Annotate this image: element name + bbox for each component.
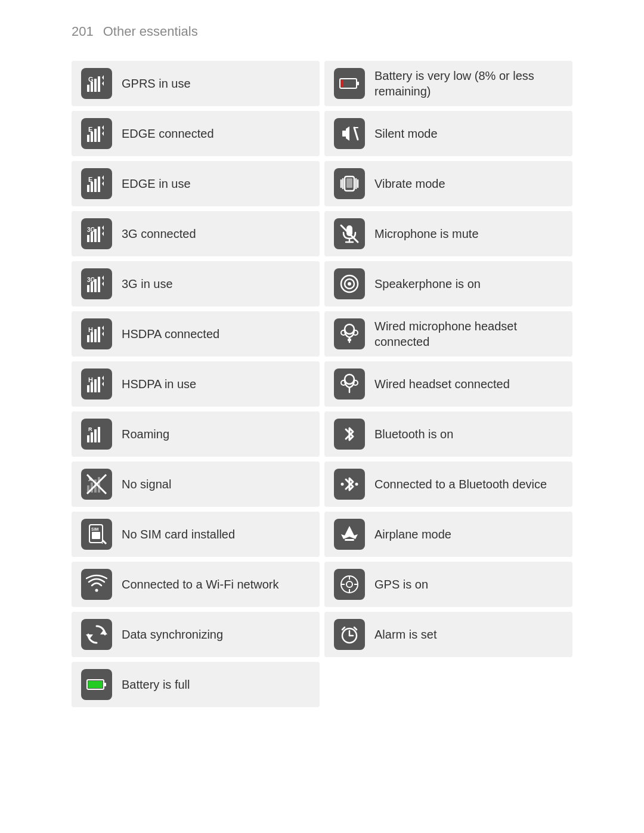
svg-marker-26 <box>102 181 104 186</box>
label-silent-mode: Silent mode <box>374 126 438 141</box>
cell-speakerphone: Speakerphone is on <box>324 261 572 306</box>
svg-point-91 <box>355 483 358 486</box>
svg-rect-79 <box>87 435 89 442</box>
cell-silent-mode: Silent mode <box>324 111 572 156</box>
icon-gps-on <box>334 569 365 600</box>
page-title: Other essentials <box>103 24 198 39</box>
svg-marker-61 <box>102 332 104 336</box>
page-number: 201 <box>72 24 94 39</box>
label-no-sim: No SIM card installed <box>122 527 235 542</box>
svg-rect-113 <box>104 683 106 686</box>
svg-marker-106 <box>86 634 93 639</box>
svg-rect-8 <box>357 82 359 85</box>
svg-rect-22 <box>91 182 93 192</box>
svg-rect-70 <box>94 379 97 392</box>
svg-rect-11 <box>87 135 89 142</box>
svg-point-53 <box>348 282 351 286</box>
icon-wifi-connected <box>81 569 112 600</box>
svg-rect-37 <box>98 227 100 242</box>
icon-airplane-mode <box>334 519 365 550</box>
svg-line-18 <box>354 128 358 140</box>
icon-bluetooth-on <box>334 419 365 450</box>
svg-marker-5 <box>102 75 104 80</box>
label-3g-in-use: 3G in use <box>122 276 173 292</box>
label-battery-full: Battery is full <box>122 677 190 692</box>
svg-rect-4 <box>98 76 100 92</box>
cell-wired-headset: Wired headset connected <box>324 361 572 407</box>
svg-rect-46 <box>91 282 93 292</box>
svg-rect-82 <box>98 427 100 442</box>
svg-rect-48 <box>98 277 100 292</box>
svg-rect-24 <box>98 176 100 192</box>
cell-bluetooth-connected: Connected to a Bluetooth device <box>324 462 572 507</box>
cell-no-sim: SIM ! No SIM card installed <box>72 512 320 557</box>
icon-silent-mode <box>334 118 365 149</box>
label-no-signal: No signal <box>122 476 171 492</box>
svg-rect-28 <box>346 178 352 188</box>
cell-wifi-connected: Connected to a Wi-Fi network <box>72 562 320 607</box>
svg-rect-3 <box>94 79 97 92</box>
svg-rect-71 <box>98 377 100 392</box>
svg-point-100 <box>346 581 352 587</box>
icon-edge-connected: E <box>81 118 112 149</box>
cell-hsdpa-connected: H HSDPA connected <box>72 311 320 357</box>
label-vibrate-mode: Vibrate mode <box>374 176 445 191</box>
label-alarm-set: Alarm is set <box>374 627 436 642</box>
svg-marker-25 <box>102 175 104 180</box>
cell-3g-connected: 3G 3G connected <box>72 211 320 256</box>
svg-marker-73 <box>102 382 104 386</box>
label-roaming: Roaming <box>122 426 169 442</box>
svg-rect-47 <box>94 279 97 292</box>
label-bluetooth-on: Bluetooth is on <box>374 426 453 442</box>
label-gprs-in-use: GPRS in use <box>122 76 191 91</box>
label-airplane-mode: Airplane mode <box>374 527 451 542</box>
cell-vibrate-mode: Vibrate mode <box>324 161 572 206</box>
label-edge-in-use: EDGE in use <box>122 176 191 191</box>
label-wired-mic-headset: Wired microphone headset connected <box>374 318 563 349</box>
cell-mic-mute: Microphone is mute <box>324 211 572 256</box>
svg-rect-57 <box>91 332 93 342</box>
label-wired-headset: Wired headset connected <box>374 376 510 392</box>
svg-rect-93 <box>92 532 100 539</box>
cell-no-signal: X No signal <box>72 462 320 507</box>
svg-rect-9 <box>341 80 343 87</box>
icon-edge-in-use: E <box>81 168 112 199</box>
icon-wired-headset <box>334 368 365 400</box>
label-3g-connected: 3G connected <box>122 226 196 241</box>
svg-rect-21 <box>87 185 89 192</box>
label-hsdpa-in-use: HSDPA in use <box>122 376 196 392</box>
icon-grid: G GPRS in use Battery is very low (8% or… <box>72 61 572 707</box>
svg-text:SIM: SIM <box>91 527 99 531</box>
svg-rect-2 <box>91 82 93 92</box>
icon-battery-full <box>81 669 112 700</box>
cell-battery-full: Battery is full <box>72 662 320 707</box>
label-edge-connected: EDGE connected <box>122 126 214 141</box>
svg-marker-50 <box>102 281 104 286</box>
svg-rect-36 <box>94 229 97 242</box>
svg-rect-81 <box>94 429 97 442</box>
svg-rect-97 <box>345 539 354 541</box>
label-wifi-connected: Connected to a Wi-Fi network <box>122 577 278 592</box>
svg-line-111 <box>354 627 357 630</box>
icon-wired-mic-headset <box>334 318 365 349</box>
label-data-sync: Data synchronizing <box>122 627 223 642</box>
svg-marker-105 <box>100 630 107 634</box>
svg-rect-68 <box>87 385 89 392</box>
icon-3g-in-use: 3G <box>81 268 112 299</box>
svg-point-98 <box>95 589 98 592</box>
svg-point-90 <box>341 483 344 486</box>
cell-wired-mic-headset: Wired microphone headset connected <box>324 311 572 357</box>
svg-text:R: R <box>88 426 92 432</box>
icon-alarm-set <box>334 619 365 650</box>
svg-rect-23 <box>94 179 97 192</box>
svg-marker-49 <box>102 275 104 280</box>
cell-hsdpa-in-use: H HSDPA in use <box>72 361 320 407</box>
cell-gps-on: GPS is on <box>324 562 572 607</box>
svg-marker-60 <box>102 326 104 330</box>
cell-battery-low: Battery is very low (8% or less remainin… <box>324 61 572 106</box>
cell-3g-in-use: 3G 3G in use <box>72 261 320 306</box>
icon-data-sync <box>81 619 112 650</box>
label-bluetooth-connected: Connected to a Bluetooth device <box>374 476 547 492</box>
icon-mic-mute <box>334 218 365 249</box>
cell-bluetooth-on: Bluetooth is on <box>324 411 572 457</box>
